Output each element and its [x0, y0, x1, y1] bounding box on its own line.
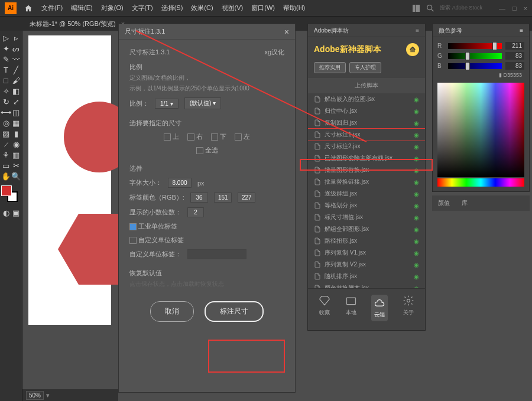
color-g-input[interactable]	[214, 193, 232, 203]
download-icon[interactable]: ◉	[414, 191, 419, 197]
draw-mode-icon[interactable]: ◐	[1, 208, 11, 217]
menu-edit[interactable]: 编辑(E)	[71, 4, 93, 12]
search-icon[interactable]	[426, 4, 435, 13]
panel-tab[interactable]: Adobe脚本坊 ≡	[308, 24, 425, 37]
b-slider[interactable]	[448, 63, 502, 69]
curvature-tool[interactable]: 〰	[11, 54, 21, 64]
line-tool[interactable]: ╱	[11, 65, 21, 74]
download-icon[interactable]: ◉	[414, 96, 419, 103]
symbol-sprayer-tool[interactable]: ⚘	[1, 150, 11, 159]
download-icon[interactable]: ◉	[414, 285, 419, 289]
direct-selection-tool[interactable]: ▹	[11, 33, 21, 43]
nav-local[interactable]: 本地	[345, 295, 357, 321]
panel-menu-icon[interactable]: ≡	[416, 27, 419, 34]
r-value[interactable]: 211	[505, 42, 524, 50]
swatches-tab-2[interactable]: 库	[462, 199, 468, 207]
window-minimize[interactable]: —	[499, 5, 505, 12]
type-tool[interactable]: T	[1, 65, 11, 74]
mesh-tool[interactable]: ▨	[1, 129, 11, 138]
magic-wand-tool[interactable]: ✦	[1, 44, 11, 53]
script-item[interactable]: 随机排序.jsx◉	[308, 270, 425, 282]
menu-type[interactable]: 文字(T)	[132, 4, 153, 12]
script-item[interactable]: 复制回归.jsx◉	[308, 117, 425, 129]
chevron-down-icon[interactable]: ▾	[46, 392, 50, 399]
color-picker[interactable]	[437, 83, 524, 177]
download-icon[interactable]: ◉	[414, 226, 419, 233]
zoom-select[interactable]: 50%	[26, 391, 44, 400]
gradient-tool[interactable]: ▮	[11, 129, 21, 138]
pro-button[interactable]: 专人护理	[349, 62, 381, 73]
script-item[interactable]: 解出嵌入的位图.jsx◉	[308, 93, 425, 105]
script-item[interactable]: 逐级群组.jsx◉	[308, 188, 425, 200]
download-icon[interactable]: ◉	[414, 179, 419, 185]
scale-default-dropdown[interactable]: (默认值) ▾	[184, 97, 221, 109]
color-panel-tab[interactable]: 颜色参考≡	[433, 24, 529, 37]
script-item[interactable]: 颜色替换脚本.jsx◉	[308, 282, 425, 288]
swatches-tab-1[interactable]: 颜值	[438, 199, 450, 207]
hue-strip[interactable]	[437, 178, 524, 187]
download-icon[interactable]: ◉	[414, 238, 419, 244]
script-item[interactable]: 尺寸标注2.jsx◉	[308, 141, 425, 152]
script-list[interactable]: 解出嵌入的位图.jsx◉归位中心.jsx◉复制回归.jsx◉尺寸标注1.jsx◉…	[308, 93, 425, 288]
dialog-titlebar[interactable]: 尺寸标注1.3.1 ×	[119, 24, 295, 40]
nav-about[interactable]: 关于	[403, 295, 414, 321]
script-item[interactable]: 已选图形变除主部有残.jsx◉	[308, 152, 425, 164]
download-icon[interactable]: ◉	[414, 203, 419, 209]
fill-swatch[interactable]	[1, 185, 12, 196]
color-swatches[interactable]	[1, 185, 18, 202]
width-tool[interactable]: ⟷	[1, 107, 11, 117]
script-item[interactable]: 批量图形替换.jsx◉	[308, 164, 425, 176]
paintbrush-tool[interactable]: 🖌	[11, 76, 21, 85]
useful-button[interactable]: 推荐实用	[314, 62, 346, 73]
checkbox-select-all[interactable]: 全选	[196, 146, 218, 155]
scale-tool[interactable]: ⤢	[11, 97, 21, 106]
artboard-tool[interactable]: ▭	[1, 161, 11, 170]
scale-dropdown[interactable]: 1/1 ▾	[155, 99, 179, 109]
script-item[interactable]: 序列复制 V2.jsx◉	[308, 259, 425, 270]
free-transform-tool[interactable]: ◫	[11, 107, 21, 117]
g-slider[interactable]	[448, 53, 502, 59]
color-b-input[interactable]	[238, 193, 255, 203]
shape-builder-tool[interactable]: ◎	[1, 118, 11, 128]
document-tab[interactable]: 未标题-1* @ 50% (RGB/预览) ×	[24, 17, 131, 31]
decimals-input[interactable]	[187, 207, 204, 217]
script-item[interactable]: 解组全部图形.jsx◉	[308, 223, 425, 235]
menu-object[interactable]: 对象(O)	[101, 4, 124, 12]
b-value[interactable]: 83	[505, 62, 524, 70]
checkbox-custom[interactable]: 自定义单位标签	[129, 236, 184, 244]
download-icon[interactable]: ◉	[414, 167, 419, 174]
shaper-tool[interactable]: ✧	[1, 86, 11, 96]
nav-favorite[interactable]: 收藏	[319, 295, 330, 321]
checkbox-bottom[interactable]: 下	[211, 132, 226, 141]
menu-window[interactable]: 窗口(W)	[251, 4, 275, 12]
blend-tool[interactable]: ◉	[11, 139, 21, 149]
layout-icon[interactable]	[411, 4, 421, 13]
menu-select[interactable]: 选择(S)	[161, 4, 183, 12]
window-close[interactable]: ×	[524, 5, 527, 12]
download-icon[interactable]: ◉	[414, 120, 419, 126]
eyedropper-tool[interactable]: ⟋	[1, 139, 11, 149]
download-icon[interactable]: ◉	[414, 273, 419, 280]
download-icon[interactable]: ◉	[414, 144, 419, 150]
perspective-tool[interactable]: ▦	[11, 118, 21, 128]
rectangle-tool[interactable]: □	[1, 76, 11, 85]
nav-cloud[interactable]: 云端	[371, 295, 388, 321]
screen-mode-icon[interactable]: ▣	[11, 208, 21, 217]
script-item[interactable]: 批量替换链接.jsx◉	[308, 176, 425, 188]
script-item[interactable]: 等格划分.jsx◉	[308, 200, 425, 211]
menu-file[interactable]: 文件(F)	[41, 4, 63, 12]
close-icon[interactable]: ×	[284, 27, 289, 37]
zoom-tool[interactable]: 🔍	[11, 171, 21, 181]
eraser-tool[interactable]: ◧	[11, 86, 21, 96]
download-icon[interactable]: ◉	[414, 214, 419, 221]
window-maximize[interactable]: □	[512, 5, 517, 12]
download-icon[interactable]: ◉	[414, 262, 419, 268]
script-item[interactable]: 归位中心.jsx◉	[308, 105, 425, 117]
script-item[interactable]: 尺寸标注1.jsx◉	[308, 129, 425, 141]
cancel-button[interactable]: 取消	[150, 301, 194, 322]
script-item[interactable]: 路径扭形.jsx◉	[308, 235, 425, 247]
rotate-tool[interactable]: ↻	[1, 97, 11, 106]
script-item[interactable]: 标尺寸增值.jsx◉	[308, 211, 425, 223]
download-icon[interactable]: ◉	[414, 108, 419, 115]
panel-menu-icon[interactable]: ≡	[520, 27, 523, 34]
